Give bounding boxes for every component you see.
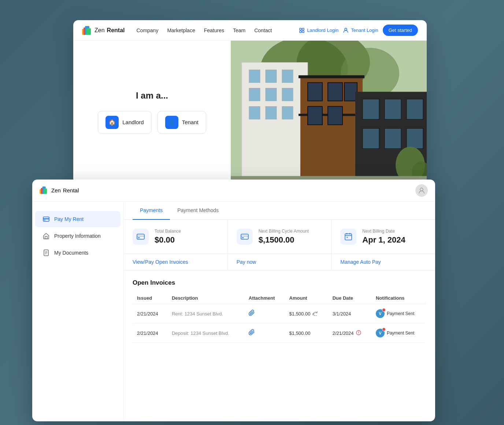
alert-circle-icon (356, 330, 361, 335)
billing-icon (241, 233, 249, 241)
tenant-button-label: Tenant (182, 119, 199, 125)
svg-rect-3 (86, 28, 91, 35)
svg-rect-48 (43, 218, 49, 219)
svg-point-46 (420, 188, 423, 191)
table-row: 2/21/2024 Deposit: 1234 Sunset Blvd. (133, 324, 426, 343)
avatar[interactable] (415, 184, 428, 197)
svg-rect-37 (385, 129, 401, 149)
get-started-button[interactable]: Get started (383, 25, 418, 36)
sidebar-item-my-documents[interactable]: My Documents (35, 245, 121, 261)
tenant-login-label: Tenant Login (351, 27, 378, 33)
svg-rect-15 (249, 70, 260, 83)
dashboard-logo: ZenRental (40, 186, 79, 195)
col-notifications: Notifications (371, 292, 426, 304)
row1-issued: 2/21/2024 (133, 304, 167, 324)
svg-rect-30 (308, 107, 322, 125)
view-pay-invoices-link[interactable]: View/Pay Open Invoices (124, 254, 228, 270)
nav-features[interactable]: Features (204, 27, 224, 33)
tenant-button[interactable]: 👤 Tenant (158, 111, 206, 134)
property-info-icon (42, 232, 50, 240)
main-content: Payments Payment Methods Total Balance (124, 202, 435, 421)
actions-row: View/Pay Open Invoices Pay now Manage Au… (124, 254, 435, 270)
svg-rect-59 (241, 236, 248, 237)
row2-description: Deposit: 1234 Sunset Blvd. (172, 330, 229, 336)
col-attachment: Attachment (244, 292, 285, 304)
svg-rect-65 (346, 237, 348, 238)
pay-rent-icon (42, 215, 50, 223)
top-navbar: ZenRental Company Marketplace Features T… (73, 20, 427, 41)
table-row: 2/21/2024 Rent: 1234 Sunset Blvd. (133, 304, 426, 324)
tab-payment-methods[interactable]: Payment Methods (170, 202, 226, 220)
manage-autopay-link[interactable]: Manage Auto Pay (331, 254, 435, 270)
row1-notification-label: Payment Sent (387, 311, 414, 316)
stat-total-balance: Total Balance $0.00 (124, 220, 228, 254)
svg-point-8 (345, 28, 347, 30)
credit-card-icon (43, 216, 49, 222)
dashboard-header-right (415, 184, 428, 197)
svg-rect-49 (44, 220, 45, 221)
next-billing-amount-info: Next Billing Cycle Amount $,1500.00 (259, 229, 309, 245)
dashboard-logo-icon (40, 186, 49, 195)
row1-amount: $1,500.00 (289, 311, 311, 317)
svg-rect-7 (302, 31, 304, 33)
nav-company[interactable]: Company (136, 27, 158, 33)
nav-team[interactable]: Team (233, 27, 245, 33)
svg-rect-16 (266, 70, 277, 83)
refresh-icon[interactable] (312, 311, 318, 317)
next-billing-amount-icon (237, 229, 253, 245)
building-svg (231, 41, 427, 183)
row2-due-date: 2/21/2024 (333, 330, 354, 336)
logo-rental: Rental (107, 27, 125, 34)
nav-links: Company Marketplace Features Team Contac… (136, 27, 272, 33)
top-logo: ZenRental (82, 26, 125, 35)
row1-venmo-badge: V (376, 309, 385, 318)
landlord-login-button[interactable]: Landlord Login (299, 27, 338, 33)
svg-rect-38 (407, 129, 423, 149)
hero-left: I am a... 🏠 Landlord 👤 Tenant (73, 41, 231, 183)
row1-attachment-icon[interactable] (249, 311, 255, 317)
total-balance-icon (133, 229, 149, 245)
sidebar-pay-rent-label: Pay My Rent (54, 216, 84, 222)
logo-zen: Zen (94, 27, 105, 34)
next-billing-date-icon (340, 229, 356, 245)
row2-issued: 2/21/2024 (133, 324, 167, 343)
tenant-button-icon: 👤 (165, 116, 178, 129)
nav-marketplace[interactable]: Marketplace (167, 27, 195, 33)
dashboard-body: Pay My Rent Property Information (32, 202, 435, 421)
sidebar-property-label: Property Information (54, 233, 101, 239)
sidebar-item-property-info[interactable]: Property Information (35, 228, 121, 244)
row1-due-date: 3/1/2024 (328, 304, 371, 324)
svg-rect-18 (249, 88, 260, 101)
sidebar-item-pay-my-rent[interactable]: Pay My Rent (35, 211, 121, 227)
home-icon (43, 233, 49, 239)
col-amount: Amount (285, 292, 328, 304)
col-description: Description (167, 292, 244, 304)
tab-payments[interactable]: Payments (133, 202, 170, 220)
stat-next-billing-amount: Next Billing Cycle Amount $,1500.00 (228, 220, 332, 254)
stats-row: Total Balance $0.00 Next Billing Cycle A… (124, 220, 435, 254)
col-due-date: Due Date (328, 292, 371, 304)
tenant-login-icon (343, 27, 349, 33)
sidebar: Pay My Rent Property Information (32, 202, 124, 421)
hero-title: I am a... (136, 90, 168, 101)
total-balance-label: Total Balance (155, 229, 181, 234)
nav-contact[interactable]: Contact (254, 27, 272, 33)
svg-rect-22 (266, 107, 277, 119)
svg-rect-29 (344, 83, 357, 101)
row2-amount-cell: $1,500.00 (289, 330, 324, 336)
landlord-button[interactable]: 🏠 Landlord (98, 111, 151, 134)
svg-rect-4 (300, 28, 301, 30)
logo-icon (82, 26, 92, 35)
paperclip-icon (249, 310, 255, 316)
total-balance-value: $0.00 (155, 235, 181, 245)
row2-attachment-icon[interactable] (249, 330, 255, 337)
stat-next-billing-date: Next Billing Date Apr 1, 2024 (331, 220, 435, 254)
document-icon (43, 250, 49, 256)
tenant-login-button[interactable]: Tenant Login (343, 27, 378, 33)
svg-rect-35 (407, 99, 423, 119)
pay-now-link[interactable]: Pay now (228, 254, 332, 270)
next-billing-date-info: Next Billing Date Apr 1, 2024 (362, 229, 405, 245)
landlord-login-label: Landlord Login (307, 27, 338, 33)
svg-rect-45 (44, 188, 47, 194)
venmo-notification-dot (382, 308, 386, 312)
